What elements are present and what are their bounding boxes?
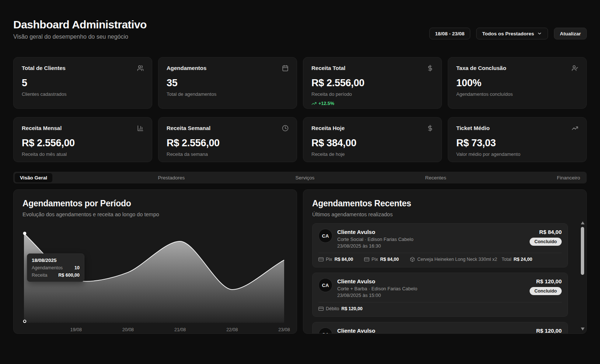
bar-chart-icon: [137, 125, 144, 133]
appointment-amount: R$ 120,00: [536, 278, 562, 284]
refresh-button[interactable]: Atualizar: [554, 28, 587, 39]
stat-card-value: R$ 2.556,00: [22, 137, 144, 149]
x-tick: 23/08: [278, 327, 290, 332]
date-range-button[interactable]: 18/08 - 23/08: [429, 28, 471, 39]
chart-panel: Agendamentos por Período Evolução dos ag…: [13, 189, 297, 334]
tab-financeiro[interactable]: Financeiro: [552, 173, 585, 182]
scrollbar-thumb[interactable]: [581, 227, 584, 275]
trending-up-icon: [311, 101, 317, 106]
area-chart[interactable]: 18/08/2025 Agendamentos 10 Receita R$ 60…: [24, 225, 284, 325]
appointments-list: CA Cliente Avulso Corte Social · Edison …: [312, 223, 578, 334]
payment-method: Pix: [326, 257, 332, 262]
stat-card-label: Agendamentos: [167, 65, 206, 71]
tooltip-value: R$ 600,00: [58, 273, 80, 278]
clock-icon: [282, 125, 289, 133]
stat-card-value: R$ 2.556,00: [311, 77, 433, 89]
stat-card-label: Receita Mensal: [22, 125, 62, 131]
x-axis-labels: 19/08 20/08 21/08 22/08 23/08: [24, 327, 284, 334]
appointment-item: CA Cliente Avulso Corte Social · Edison …: [312, 223, 568, 267]
recent-panel-subtitle: Últimos agendamentos realizados: [312, 211, 578, 217]
stat-card-value: 5: [22, 77, 144, 89]
trending-up-icon: [572, 125, 578, 133]
stat-card-description: Clientes cadastrados: [22, 91, 144, 97]
stat-card-receita-hoje: Receita Hoje R$ 384,00 Receita de hoje: [303, 117, 442, 162]
users-icon: [137, 65, 144, 73]
stat-card-label: Receita Hoje: [311, 125, 345, 131]
credit-card-icon: [318, 257, 324, 262]
payment-method: Débito: [326, 306, 339, 311]
avatar: CA: [318, 278, 332, 292]
stat-card-agendamentos: Agendamentos 35 Total de agendamentos: [158, 57, 297, 109]
x-tick: 22/08: [226, 327, 238, 332]
stat-card-receita-mensal: Receita Mensal R$ 2.556,00 Receita do mê…: [13, 117, 152, 162]
product-total-label: Total: [502, 257, 511, 262]
page-subtitle: Visão geral do desempenho do seu negócio: [13, 34, 147, 40]
x-tick: 21/08: [174, 327, 186, 332]
service-provider: Corte + Barba · Edison Farias Cabelo: [337, 286, 525, 291]
date-range-label: 18/08 - 23/08: [435, 31, 465, 36]
avatar: CA: [318, 229, 332, 243]
stat-card-receita-total: Receita Total R$ 2.556,00 Receita do per…: [303, 57, 442, 109]
tooltip-date: 18/08/2025: [32, 258, 80, 263]
scroll-up-arrow[interactable]: [581, 221, 585, 224]
stat-card-receita-semanal: Receita Semanal R$ 2.556,00 Receita da s…: [158, 117, 297, 162]
trend-indicator: +12.5%: [311, 101, 433, 106]
stat-card-taxa-conclusao: Taxa de Conclusão 100% Agendamentos conc…: [448, 57, 587, 109]
status-badge: Concluído: [530, 238, 562, 246]
product-name: Cerveja Heineken Long Neck 330ml x2: [417, 257, 497, 262]
product-total-value: R$ 24,00: [513, 257, 532, 262]
provider-filter-select[interactable]: Todos os Prestadores: [476, 28, 548, 39]
provider-filter-label: Todos os Prestadores: [482, 31, 534, 36]
product-chip: Cerveja Heineken Long Neck 330ml x2 Tota…: [410, 257, 532, 262]
stat-card-label: Receita Semanal: [167, 125, 210, 131]
stat-card-value: 35: [167, 77, 289, 89]
payment-details: Débito R$ 120,00: [318, 302, 562, 311]
dollar-icon: [427, 65, 433, 73]
stat-card-label: Taxa de Conclusão: [456, 65, 506, 71]
stat-card-description: Agendamentos concluídos: [456, 91, 578, 97]
stat-card-value: R$ 2.556,00: [167, 137, 289, 149]
stat-card-label: Ticket Médio: [456, 125, 490, 131]
stat-card-value: 100%: [456, 77, 578, 89]
stat-card-description: Total de agendamentos: [167, 91, 289, 97]
payment-chip: Pix R$ 84,00: [318, 257, 353, 262]
stat-card-description: Receita do mês atual: [22, 151, 144, 157]
payment-value: R$ 84,00: [380, 257, 399, 262]
stat-card-label: Total de Clientes: [22, 65, 66, 71]
payment-details: Pix R$ 84,00 Pix R$ 84,00 Cerveja Heinek…: [318, 253, 562, 262]
list-scrollbar[interactable]: [580, 221, 585, 331]
appointment-item: CA Cliente Avulso Corte + Barba · Edison…: [312, 322, 568, 334]
trend-value: +12.5%: [318, 101, 334, 106]
payment-chip: Pix R$ 84,00: [364, 257, 399, 262]
chart-panel-title: Agendamentos por Período: [22, 199, 288, 209]
tab-servicos[interactable]: Serviços: [290, 173, 320, 182]
credit-card-icon: [318, 306, 324, 311]
stat-card-description: Receita da semana: [167, 151, 289, 157]
appointment-amount: R$ 84,00: [539, 229, 562, 235]
header-controls: 18/08 - 23/08 Todos os Prestadores Atual…: [429, 28, 587, 40]
stat-card-description: Receita de hoje: [311, 151, 433, 157]
chevron-down-icon: [537, 31, 542, 36]
payment-value: R$ 120,00: [341, 306, 363, 311]
tooltip-label: Receita: [32, 273, 47, 278]
tab-recentes[interactable]: Recentes: [420, 173, 451, 182]
scroll-down-arrow[interactable]: [581, 328, 585, 330]
x-tick: 19/08: [70, 327, 82, 332]
client-name: Cliente Avulso: [337, 229, 525, 235]
x-tick: 20/08: [122, 327, 134, 332]
client-name: Cliente Avulso: [337, 278, 525, 284]
appointment-datetime: 23/08/2025 às 16:30: [337, 243, 525, 249]
user-check-icon: [572, 65, 578, 73]
package-icon: [410, 257, 415, 262]
recent-panel-title: Agendamentos Recentes: [312, 199, 578, 209]
tab-bar: Visão Geral Prestadores Serviços Recente…: [13, 172, 587, 183]
payment-value: R$ 84,00: [334, 257, 353, 262]
stat-card-value: R$ 384,00: [311, 137, 433, 149]
service-provider: Corte Social · Edison Farias Cabelo: [337, 237, 525, 242]
tab-prestadores[interactable]: Prestadores: [153, 173, 190, 182]
stat-card-description: Valor médio por agendamento: [456, 151, 578, 157]
chart-panel-subtitle: Evolução dos agendamentos e receita ao l…: [22, 211, 288, 217]
stat-card-total-clientes: Total de Clientes 5 Clientes cadastrados: [13, 57, 152, 109]
stat-card-label: Receita Total: [311, 65, 345, 71]
tab-visao-geral[interactable]: Visão Geral: [15, 173, 52, 182]
